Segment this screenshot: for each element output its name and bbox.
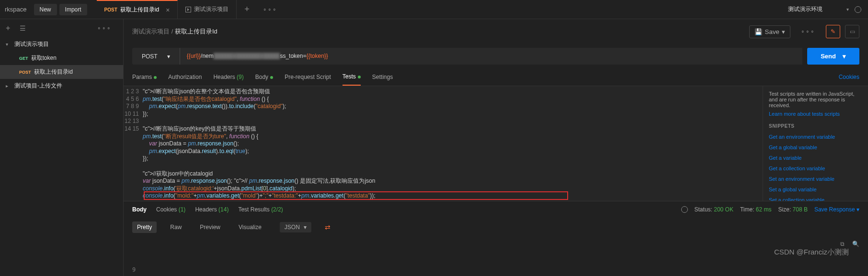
method-badge: GET <box>19 56 28 61</box>
chevron-down-icon: ▾ <box>6 42 11 47</box>
code-editor[interactable]: 1 2 3 4 5 6 7 8 9 10 11 12 13 14 15 "c">… <box>124 86 763 201</box>
snippet-link[interactable]: Get a collection variable <box>769 163 862 174</box>
snippet-link[interactable]: Get an environment variable <box>769 132 862 142</box>
view-raw[interactable]: Raw <box>165 221 186 233</box>
filter-icon[interactable]: ☰ <box>20 24 26 32</box>
chevron-down-icon: ▾ <box>846 7 849 12</box>
save-response-button[interactable]: Save Response ▾ <box>814 206 859 213</box>
tab-tests[interactable]: Tests <box>343 68 361 86</box>
method-value: POST <box>142 53 158 60</box>
new-button[interactable]: New <box>34 4 57 15</box>
method-badge: POST <box>19 70 31 75</box>
format-select[interactable]: JSON ▾ <box>280 222 311 232</box>
breadcrumb-current: 获取上传目录Id <box>175 28 217 35</box>
sidebar-folder-upload[interactable]: ▸ 测试项目-上传文件 <box>0 79 123 93</box>
line-gutter: 1 2 3 4 5 6 7 8 9 10 11 12 13 14 15 <box>124 86 143 201</box>
comment-icon[interactable]: ▭ <box>845 25 859 38</box>
status-value: 200 OK <box>714 206 733 213</box>
tab-headers[interactable]: Headers (9) <box>213 69 243 85</box>
tab-body[interactable]: Body <box>255 69 273 85</box>
resp-tab-tests[interactable]: Test Results (2/2) <box>238 206 283 213</box>
breadcrumb-parent[interactable]: 测试演示项目 <box>132 28 170 35</box>
save-label: Save <box>765 28 779 35</box>
indicator-dot-icon <box>154 76 157 79</box>
tests-help-panel: Test scripts are written in JavaScript, … <box>763 86 868 201</box>
snippet-link[interactable]: Set a collection variable <box>769 195 862 201</box>
chevron-down-icon: ▾ <box>304 224 307 231</box>
time-value: 62 ms <box>756 206 772 213</box>
sidebar-toolbar: + ☰ ∘∘∘ <box>0 19 123 37</box>
item-label: 获取上传目录id <box>34 68 73 76</box>
tab-label: 测试演示项目 <box>194 5 228 13</box>
resp-tab-cookies[interactable]: Cookies (1) <box>156 206 185 213</box>
tab-settings[interactable]: Settings <box>372 69 393 85</box>
watermark: CSDN @Franciz小测测 <box>774 248 849 257</box>
breadcrumb-sep: / <box>171 28 173 35</box>
edit-icon[interactable]: ✎ <box>826 25 840 38</box>
close-icon[interactable]: × <box>166 6 170 14</box>
status-row: Status: 200 OK Time: 62 ms Size: 708 B S… <box>681 206 859 213</box>
breadcrumb: 测试演示项目 / 获取上传目录Id <box>132 27 217 36</box>
url-row: POST ▾ {{url}}/nemxxxxxxx xxxxxxxxx xxxx… <box>124 44 868 68</box>
environment-selector[interactable]: 测试演示环境 ▾ <box>788 5 849 13</box>
tab-demo-project[interactable]: 测试演示项目 <box>178 0 237 19</box>
send-button[interactable]: Send ▾ <box>807 48 859 65</box>
more-icon[interactable]: ∘∘∘ <box>795 28 821 35</box>
workspace-label: rkspace <box>0 6 32 13</box>
sidebar-item-get-token[interactable]: GET 获取token <box>0 51 123 65</box>
add-icon[interactable]: + <box>6 24 10 33</box>
import-button[interactable]: Import <box>59 4 87 15</box>
folder-label: 测试项目-上传文件 <box>14 82 62 90</box>
folder-label: 测试演示项目 <box>14 40 49 48</box>
response-line-number: 9 <box>132 266 136 273</box>
url-input[interactable]: {{url}}/nemxxxxxxx xxxxxxxxx xxxxxxss_to… <box>180 48 803 65</box>
size-value: 708 B <box>793 206 808 213</box>
cookies-link[interactable]: Cookies <box>839 74 859 80</box>
main-tabs: POST 获取上传目录id × 测试演示项目 + ∘∘∘ <box>97 0 283 19</box>
snippet-link[interactable]: Get a variable <box>769 153 862 163</box>
response-tabs: Body Cookies (1) Headers (14) Test Resul… <box>124 201 868 218</box>
content-area: 测试演示项目 / 获取上传目录Id 💾 Save ▾ ∘∘∘ ✎ ▭ POST … <box>124 19 868 276</box>
editor-wrap: 1 2 3 4 5 6 7 8 9 10 11 12 13 14 15 "c">… <box>124 86 868 201</box>
resp-tab-body[interactable]: Body <box>132 206 147 213</box>
copy-icon[interactable]: ⧉ <box>840 241 845 247</box>
view-preview[interactable]: Preview <box>195 221 225 233</box>
snippet-link[interactable]: Set an environment variable <box>769 174 862 184</box>
resp-tab-headers[interactable]: Headers (14) <box>195 206 228 213</box>
snippet-link[interactable]: Get a global variable <box>769 142 862 153</box>
more-tabs-icon[interactable]: ∘∘∘ <box>257 6 283 13</box>
new-tab-button[interactable]: + <box>237 4 257 14</box>
sidebar-folder-demo[interactable]: ▾ 测试演示项目 <box>0 37 123 51</box>
view-tabs: Pretty Raw Preview Visualize JSON ▾ ⇄ <box>124 218 868 237</box>
send-label: Send <box>821 53 836 60</box>
top-bar: rkspace New Import POST 获取上传目录id × 测试演示项… <box>0 0 868 19</box>
snippet-link[interactable]: Set a global variable <box>769 184 862 195</box>
environment-name: 测试演示环境 <box>788 5 822 13</box>
view-visualize[interactable]: Visualize <box>234 221 266 233</box>
tab-get-upload-dir-id[interactable]: POST 获取上传目录id × <box>97 0 178 19</box>
method-select[interactable]: POST ▾ <box>132 48 180 65</box>
corner-icons: ⧉ 🔍 <box>840 241 859 247</box>
sidebar-item-get-upload-dir-id[interactable]: POST 获取上传目录id <box>0 65 123 79</box>
search-icon[interactable]: 🔍 <box>852 241 859 247</box>
eye-icon[interactable] <box>855 6 861 13</box>
wrap-icon[interactable]: ⇄ <box>325 223 331 231</box>
save-icon: 💾 <box>754 28 763 35</box>
more-icon[interactable]: ∘∘∘ <box>91 25 117 32</box>
snippets-header: SNIPPETS <box>769 123 862 129</box>
method-badge: POST <box>104 7 117 12</box>
view-pretty[interactable]: Pretty <box>132 221 157 233</box>
tab-prerequest[interactable]: Pre-request Script <box>285 69 331 85</box>
indicator-dot-icon <box>270 76 273 79</box>
sidebar: + ☰ ∘∘∘ ▾ 测试演示项目 GET 获取token POST 获取上传目录… <box>0 19 124 276</box>
code-lines[interactable]: "c">//断言响应json的在整个文本值是否包含预期值 pm.test("响应… <box>143 86 763 201</box>
chevron-right-icon: ▸ <box>6 83 11 88</box>
learn-more-link[interactable]: Learn more about tests scripts <box>769 111 862 117</box>
request-tabs: Params Authorization Headers (9) Body Pr… <box>124 68 868 86</box>
tab-authorization[interactable]: Authorization <box>168 69 202 85</box>
save-button[interactable]: 💾 Save ▾ <box>749 25 790 38</box>
tab-label: 获取上传目录id <box>120 6 159 14</box>
globe-icon[interactable] <box>681 206 688 213</box>
tab-params[interactable]: Params <box>132 69 157 85</box>
indicator-dot-icon <box>358 76 361 78</box>
